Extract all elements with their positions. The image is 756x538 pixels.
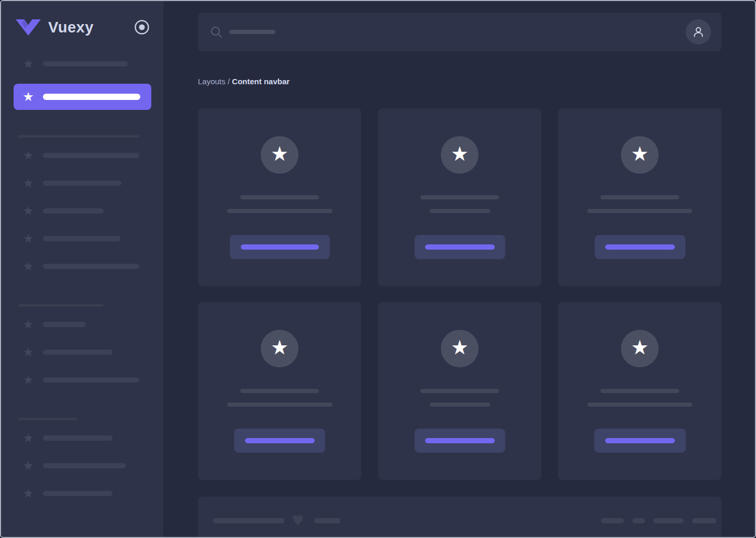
sidebar-header: Vuexy — [1, 16, 163, 39]
heart-icon: ♥ — [292, 514, 304, 527]
card-button[interactable] — [415, 235, 505, 259]
sidebar-item[interactable]: ★ — [1, 231, 163, 246]
card-title-bar — [240, 195, 319, 199]
card-button[interactable] — [234, 429, 325, 453]
card-subtitle-bar — [430, 402, 490, 407]
sidebar-section-divider — [18, 418, 77, 420]
footer: ♥ — [198, 497, 721, 538]
feature-card: ★ — [198, 302, 361, 480]
footer-right — [601, 514, 716, 527]
sidebar-item[interactable]: ★ — [1, 486, 163, 501]
star-icon: ★ — [271, 329, 288, 366]
card-button[interactable] — [594, 429, 686, 453]
card-button-label-bar — [245, 438, 315, 443]
sidebar-section-divider — [18, 135, 139, 138]
footer-link-bar — [601, 518, 624, 523]
sidebar-item[interactable]: ★ — [1, 259, 163, 274]
footer-text-bar — [213, 518, 284, 523]
feature-card: ★ — [378, 108, 541, 286]
feature-card: ★ — [558, 302, 721, 480]
breadcrumb-parent[interactable]: Layouts — [198, 77, 226, 86]
sidebar-item-label-bar — [43, 435, 113, 441]
footer-link-bar — [632, 518, 645, 523]
card-subtitle-bar — [430, 209, 490, 213]
card-title-bar — [601, 195, 679, 199]
star-icon: ★ — [631, 135, 649, 173]
star-icon: ★ — [22, 430, 35, 446]
card-title-bar — [420, 389, 499, 393]
sidebar-item[interactable]: ★ — [1, 430, 163, 446]
sidebar-item-label-bar — [43, 264, 139, 269]
card-icon-circle: ★ — [441, 330, 479, 367]
footer-left: ♥ — [213, 514, 340, 527]
star-icon: ★ — [271, 135, 288, 173]
main-content: Layouts / Content navbar ★★★★★★ ♥ — [163, 1, 756, 537]
top-navbar — [198, 13, 721, 51]
star-icon: ★ — [22, 203, 35, 219]
card-button-label-bar — [241, 244, 319, 250]
sidebar-item-label-bar — [43, 322, 86, 327]
search-placeholder-bar[interactable] — [229, 30, 275, 34]
card-icon-circle: ★ — [621, 330, 659, 367]
card-grid: ★★★★★★ — [198, 108, 721, 480]
star-icon: ★ — [22, 259, 35, 274]
sidebar-item[interactable]: ★ — [1, 372, 163, 388]
user-avatar-button[interactable] — [686, 19, 711, 44]
card-icon-circle: ★ — [441, 136, 479, 174]
card-subtitle-bar — [587, 209, 692, 213]
card-icon-circle: ★ — [261, 330, 298, 367]
vuexy-logo-icon — [16, 19, 41, 36]
card-title-bar — [420, 195, 499, 199]
footer-link-bar — [653, 518, 684, 523]
star-icon: ★ — [22, 317, 35, 332]
sidebar-nav: ★★★★★★★★★★★★★ — [1, 56, 163, 501]
card-button-label-bar — [425, 244, 495, 250]
sidebar-item-active[interactable]: ★ — [14, 84, 151, 110]
star-icon: ★ — [22, 344, 35, 360]
app-window: Vuexy ★★★★★★★★★★★★★ Layouts / Conten — [0, 0, 756, 538]
footer-text-bar — [314, 518, 340, 523]
star-icon: ★ — [22, 231, 35, 246]
card-button[interactable] — [230, 235, 330, 259]
star-icon: ★ — [451, 135, 469, 173]
sidebar-pin-toggle-icon[interactable] — [134, 19, 150, 35]
sidebar-section-divider — [18, 304, 104, 307]
sidebar-item[interactable]: ★ — [1, 317, 163, 332]
sidebar-item[interactable]: ★ — [1, 203, 163, 219]
star-icon: ★ — [22, 372, 35, 388]
sidebar-item-label-bar — [43, 61, 128, 66]
breadcrumb: Layouts / Content navbar — [198, 77, 721, 86]
footer-link-bar — [692, 518, 716, 523]
card-subtitle-bar — [587, 402, 692, 407]
sidebar-item[interactable]: ★ — [1, 458, 163, 474]
card-button[interactable] — [595, 235, 685, 259]
card-button-label-bar — [605, 438, 675, 443]
card-icon-circle: ★ — [621, 136, 659, 174]
sidebar-item-label-bar — [43, 208, 104, 214]
card-button-label-bar — [605, 244, 675, 250]
star-icon: ★ — [22, 148, 35, 163]
card-title-bar — [240, 389, 319, 393]
star-icon: ★ — [22, 486, 35, 501]
star-icon: ★ — [451, 329, 469, 366]
breadcrumb-separator: / — [226, 77, 232, 86]
star-icon: ★ — [22, 89, 35, 105]
sidebar-item[interactable]: ★ — [1, 175, 163, 191]
sidebar-item-label-bar — [43, 463, 126, 468]
sidebar-item-label-bar — [43, 181, 121, 186]
sidebar-item[interactable]: ★ — [1, 344, 163, 360]
breadcrumb-current: Content navbar — [232, 77, 290, 86]
star-icon: ★ — [22, 175, 35, 191]
card-icon-circle: ★ — [261, 136, 298, 174]
star-icon: ★ — [22, 458, 35, 474]
sidebar-item[interactable]: ★ — [1, 148, 163, 163]
sidebar-item-label-bar — [43, 153, 139, 158]
sidebar-item-label-bar — [43, 350, 113, 355]
sidebar-item[interactable]: ★ — [1, 56, 163, 72]
feature-card: ★ — [198, 108, 361, 286]
feature-card: ★ — [378, 302, 541, 480]
sidebar: Vuexy ★★★★★★★★★★★★★ — [1, 1, 163, 537]
sidebar-item-label-bar — [43, 491, 113, 496]
card-button[interactable] — [415, 429, 505, 453]
search-icon[interactable] — [210, 26, 223, 38]
